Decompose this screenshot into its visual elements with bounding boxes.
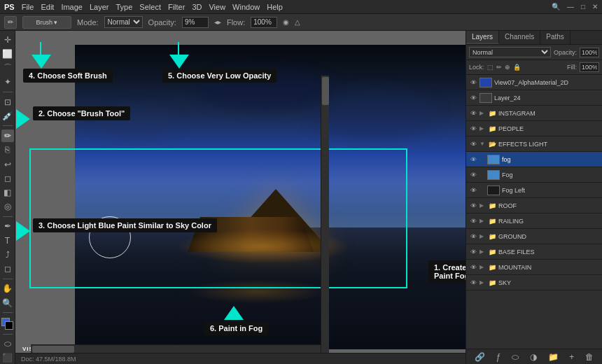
- search-icon[interactable]: 🔍: [552, 3, 560, 10]
- layer-visibility-icon[interactable]: 👁: [469, 172, 477, 178]
- text-tool[interactable]: T: [1, 234, 14, 246]
- lasso-tool[interactable]: ⌒: [1, 62, 14, 74]
- screen-mode-btn[interactable]: ⬛: [1, 352, 14, 364]
- layer-item[interactable]: 👁 Fog: [466, 167, 602, 183]
- menu-view[interactable]: View: [209, 3, 225, 11]
- layer-item[interactable]: 👁 ▶ 📁 PEOPLE: [466, 121, 602, 136]
- layer-visibility-icon[interactable]: 👁: [469, 218, 477, 225]
- layer-item-active[interactable]: 👁 fog: [466, 152, 602, 167]
- layer-list[interactable]: 👁 View07_AlphaMaterial_2D 👁 Layer_24 👁 ▶…: [466, 75, 602, 349]
- color-picker[interactable]: [1, 318, 14, 330]
- add-layer-icon[interactable]: +: [569, 352, 574, 362]
- lock-position-icon[interactable]: ⊕: [505, 64, 510, 71]
- tab-layers[interactable]: Layers: [466, 31, 499, 44]
- canvas-area[interactable]: 4. Choose Soft Brush 5. Choose Very Low …: [15, 31, 465, 364]
- menu-3d[interactable]: 3D: [192, 3, 202, 11]
- brush-preset-picker[interactable]: Brush ▾: [22, 16, 71, 29]
- ps-logo[interactable]: PS: [4, 3, 15, 11]
- menu-type[interactable]: Type: [116, 3, 133, 11]
- menu-file[interactable]: File: [22, 3, 34, 11]
- layer-expand-icon[interactable]: ▶: [479, 125, 486, 132]
- mode-select[interactable]: Normal: [104, 16, 143, 28]
- menu-edit[interactable]: Edit: [41, 3, 54, 11]
- pen-tool[interactable]: ✒: [1, 220, 14, 232]
- layer-expand-icon[interactable]: ▶: [479, 202, 486, 209]
- menu-window[interactable]: Window: [232, 3, 260, 11]
- photoshop-canvas[interactable]: [75, 45, 465, 349]
- menu-filter[interactable]: Filter: [168, 3, 185, 11]
- layer-expand-icon[interactable]: ▶: [479, 233, 486, 239]
- layer-expand-icon[interactable]: ▼: [479, 141, 486, 147]
- opacity-input[interactable]: [182, 17, 209, 28]
- horizontal-scrollbar[interactable]: [31, 344, 321, 353]
- maximize-icon[interactable]: □: [581, 3, 585, 10]
- tab-paths[interactable]: Paths: [540, 31, 570, 44]
- layer-item[interactable]: 👁 ▶ 📁 MOUNTAIN: [466, 260, 602, 275]
- pressure-icon[interactable]: △: [295, 18, 300, 26]
- layer-expand-icon[interactable]: ▶: [479, 279, 486, 286]
- layer-visibility-icon[interactable]: 👁: [469, 202, 477, 209]
- close-icon[interactable]: ✕: [592, 3, 598, 10]
- quick-select-tool[interactable]: ✦: [1, 76, 14, 88]
- lock-transparent-icon[interactable]: ⬚: [487, 64, 493, 71]
- blend-mode-select[interactable]: Normal: [469, 47, 551, 57]
- menu-help[interactable]: Help: [267, 3, 283, 11]
- layer-item[interactable]: 👁 ▶ 📁 SKY: [466, 275, 602, 290]
- move-tool[interactable]: ✛: [1, 34, 14, 46]
- layer-expand-icon[interactable]: ▶: [479, 248, 486, 255]
- layer-item[interactable]: 👁 ▶ 📁 BASE FILES: [466, 244, 602, 260]
- layer-visibility-icon[interactable]: 👁: [469, 233, 477, 240]
- layer-visibility-icon[interactable]: 👁: [469, 125, 477, 132]
- layer-expand-icon[interactable]: ▶: [479, 264, 486, 270]
- shape-tool[interactable]: ◻: [1, 263, 14, 275]
- layer-visibility-icon[interactable]: 👁: [469, 79, 477, 86]
- lock-paint-icon[interactable]: ✏: [496, 64, 502, 71]
- gradient-tool[interactable]: ◧: [1, 186, 14, 198]
- v-scroll-thumb[interactable]: [322, 77, 329, 105]
- fill-value[interactable]: [580, 62, 599, 72]
- marquee-tool[interactable]: ⬜: [1, 48, 14, 59]
- add-adjustment-icon[interactable]: ◑: [530, 352, 537, 362]
- opacity-value[interactable]: [580, 48, 599, 57]
- layer-expand-icon[interactable]: ▶: [479, 218, 486, 224]
- vertical-scrollbar[interactable]: [321, 76, 329, 353]
- layer-visibility-icon[interactable]: 👁: [469, 110, 477, 117]
- hand-tool[interactable]: ✋: [1, 283, 14, 295]
- layer-item[interactable]: 👁 ▶ 📁 GROUND: [466, 229, 602, 244]
- layer-item[interactable]: 👁 View07_AlphaMaterial_2D: [466, 75, 602, 90]
- layer-item[interactable]: 👁 Fog Left: [466, 183, 602, 198]
- layer-visibility-icon[interactable]: 👁: [469, 156, 477, 163]
- layer-visibility-icon[interactable]: 👁: [469, 141, 477, 148]
- layer-item[interactable]: 👁 Layer_24: [466, 90, 602, 106]
- crop-tool[interactable]: ⊡: [1, 96, 14, 108]
- quick-mask-tool[interactable]: ⬭: [1, 337, 14, 349]
- menu-select[interactable]: Select: [139, 3, 161, 11]
- airbrush-icon[interactable]: ◉: [283, 18, 289, 26]
- blur-tool[interactable]: ◎: [1, 201, 14, 213]
- layer-visibility-icon[interactable]: 👁: [469, 187, 477, 194]
- path-select-tool[interactable]: ⤴: [1, 248, 14, 260]
- layer-item[interactable]: 👁 ▶ 📁 INSTAGRAM: [466, 106, 602, 121]
- lock-all-icon[interactable]: 🔒: [513, 64, 521, 71]
- brush-tool[interactable]: ✏: [1, 130, 14, 141]
- eyedropper-tool[interactable]: 💉: [1, 110, 14, 122]
- opacity-slider-icon[interactable]: ◂▸: [214, 18, 221, 26]
- layer-visibility-icon[interactable]: 👁: [469, 94, 477, 102]
- layer-item[interactable]: 👁 ▶ 📁 ROOF: [466, 198, 602, 214]
- layer-expand-icon[interactable]: ▶: [479, 110, 486, 116]
- tab-channels[interactable]: Channels: [499, 31, 540, 44]
- history-brush-tool[interactable]: ↩: [1, 158, 14, 170]
- minimize-icon[interactable]: —: [567, 3, 574, 10]
- delete-layer-icon[interactable]: 🗑: [585, 352, 594, 362]
- layer-item[interactable]: 👁 ▶ 📁 RAILING: [466, 214, 602, 229]
- layer-item[interactable]: 👁 ▼ 📂 EFFECTS LIGHT: [466, 136, 602, 152]
- add-folder-icon[interactable]: 📁: [548, 352, 559, 362]
- layer-visibility-icon[interactable]: 👁: [469, 248, 477, 255]
- menu-layer[interactable]: Layer: [90, 3, 109, 11]
- add-mask-icon[interactable]: ⬭: [512, 352, 519, 362]
- eraser-tool[interactable]: ◻: [1, 172, 14, 184]
- add-link-icon[interactable]: 🔗: [475, 352, 485, 362]
- menu-image[interactable]: Image: [61, 3, 83, 11]
- h-scroll-thumb[interactable]: [32, 346, 74, 353]
- layer-visibility-icon[interactable]: 👁: [469, 279, 477, 286]
